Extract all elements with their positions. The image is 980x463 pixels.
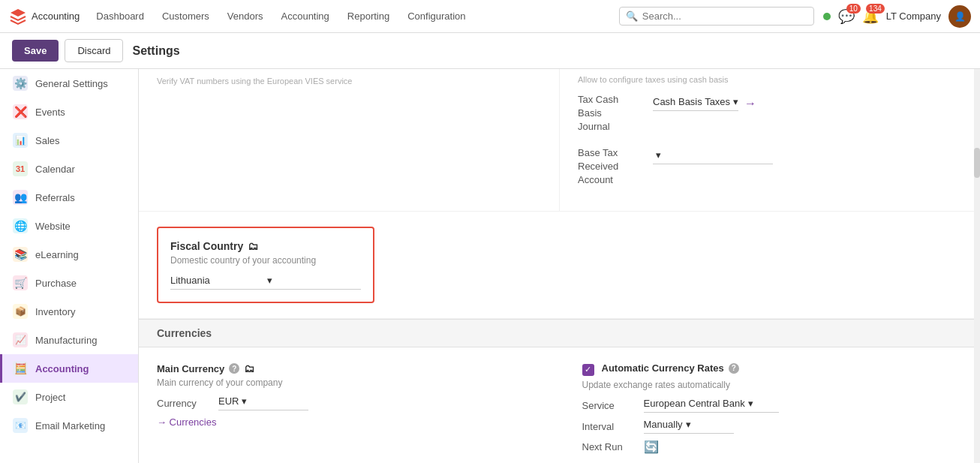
app-name: Accounting	[32, 11, 80, 22]
nav-reporting[interactable]: Reporting	[340, 6, 397, 26]
currencies-content: Main Currency ? 🗂 Main currency of your …	[139, 347, 980, 463]
interval-row: Interval Manually ▾	[582, 419, 963, 434]
fiscal-country-value: Lithuania	[170, 275, 264, 286]
calendar-icon: 31	[13, 161, 28, 176]
main-currency-grid-icon: 🗂	[244, 362, 254, 374]
sidebar-item-events[interactable]: ❌ Events	[0, 98, 138, 126]
sidebar-label-project: Project	[35, 392, 65, 403]
base-tax-label: Base Tax Received Account	[578, 146, 638, 188]
currency-select[interactable]: EUR ▾	[218, 395, 308, 410]
currencies-link[interactable]: → Currencies	[157, 416, 537, 428]
cash-basis-taxes-link[interactable]: →	[744, 97, 756, 110]
main-currency-group: Main Currency ? 🗂 Main currency of your …	[157, 362, 537, 428]
sidebar-item-general-settings[interactable]: ⚙️ General Settings	[0, 69, 138, 98]
events-icon: ❌	[13, 104, 28, 119]
top-navigation: Accounting Dashboard Customers Vendors A…	[0, 0, 980, 33]
nav-dashboard[interactable]: Dashboard	[89, 6, 152, 26]
currencies-label: Currencies	[157, 327, 212, 339]
base-tax-account-arrow: ▾	[656, 149, 661, 161]
sidebar-label-calendar: Calendar	[35, 164, 75, 175]
chat-badge[interactable]: 💬 10	[838, 8, 855, 25]
nav-vendors[interactable]: Vendors	[220, 6, 271, 26]
company-name: LT Company	[886, 11, 941, 22]
toolbar: Save Discard Settings	[0, 33, 980, 69]
cash-basis-desc: Allow to configure taxes using cash basi…	[578, 75, 962, 84]
sidebar-label-accounting: Accounting	[35, 363, 89, 374]
tax-cash-basis-label: Tax Cash Basis Journal	[578, 93, 638, 134]
fiscal-country-arrow: ▾	[267, 275, 361, 286]
logo-icon	[9, 8, 27, 26]
elearning-icon: 📚	[13, 247, 28, 262]
manufacturing-icon: 📈	[13, 332, 28, 347]
alert-badge[interactable]: 🔔 134	[862, 8, 879, 25]
status-indicator	[823, 13, 831, 20]
logo[interactable]: Accounting	[9, 8, 80, 26]
currency-label: Currency	[157, 398, 209, 409]
sidebar-label-elearning: eLearning	[35, 249, 79, 260]
currency-grid: Main Currency ? 🗂 Main currency of your …	[157, 362, 962, 463]
sidebar-item-calendar[interactable]: 31 Calendar	[0, 155, 138, 183]
chat-count: 10	[846, 4, 861, 14]
scrollbar-thumb[interactable]	[974, 148, 980, 178]
sidebar-label-referrals: Referrals	[35, 192, 75, 203]
inventory-icon: 📦	[13, 304, 28, 319]
nav-configuration[interactable]: Configuration	[400, 6, 473, 26]
settings-icon: ⚙️	[13, 76, 28, 91]
accounting-icon: 🧮	[13, 361, 28, 376]
currency-row: Currency EUR ▾	[157, 395, 537, 410]
sidebar-label-website: Website	[35, 221, 71, 232]
next-run-label: Next Run	[582, 441, 635, 452]
auto-currency-col: Automatic Currency Rates ? Update exchan…	[582, 362, 963, 463]
sidebar-item-manufacturing[interactable]: 📈 Manufacturing	[0, 326, 138, 354]
base-tax-account-select[interactable]: ▾	[653, 149, 773, 164]
sidebar-item-purchase[interactable]: 🛒 Purchase	[0, 269, 138, 297]
main-currency-title: Main Currency ? 🗂	[157, 362, 537, 374]
auto-currency-title: Automatic Currency Rates ?	[602, 362, 739, 374]
service-value: European Central Bank	[644, 398, 745, 409]
referrals-icon: 👥	[13, 190, 28, 205]
nav-icons: 💬 10 🔔 134 LT Company 👤	[823, 5, 971, 28]
discard-button[interactable]: Discard	[65, 39, 123, 62]
sidebar-label-sales: Sales	[35, 135, 60, 146]
sidebar-item-accounting[interactable]: 🧮 Accounting	[0, 354, 138, 383]
sidebar-item-inventory[interactable]: 📦 Inventory	[0, 297, 138, 326]
fiscal-country-select[interactable]: Lithuania ▾	[170, 275, 361, 290]
auto-currency-info-icon[interactable]: ?	[729, 363, 739, 374]
main-layout: ⚙️ General Settings ❌ Events 📊 Sales 31 …	[0, 69, 980, 463]
main-currency-col: Main Currency ? 🗂 Main currency of your …	[157, 362, 537, 463]
search-input[interactable]	[642, 11, 807, 22]
sidebar-item-email-marketing[interactable]: 📧 Email Marketing	[0, 411, 138, 440]
currency-arrow: ▾	[242, 395, 247, 407]
service-label: Service	[582, 400, 635, 411]
sidebar: ⚙️ General Settings ❌ Events 📊 Sales 31 …	[0, 69, 139, 463]
email-marketing-icon: 📧	[13, 418, 28, 433]
currency-value: EUR	[218, 395, 239, 407]
search-bar: 🔍	[619, 7, 814, 26]
nav-customers[interactable]: Customers	[155, 6, 217, 26]
sidebar-item-referrals[interactable]: 👥 Referrals	[0, 183, 138, 212]
service-select[interactable]: European Central Bank ▾	[644, 398, 779, 413]
refresh-icon[interactable]: 🔄	[644, 440, 659, 454]
fiscal-country-box: Fiscal Country 🗂 Domestic country of you…	[157, 227, 374, 303]
service-arrow: ▾	[748, 398, 753, 409]
sidebar-item-elearning[interactable]: 📚 eLearning	[0, 240, 138, 269]
auto-currency-checkbox[interactable]	[582, 364, 594, 376]
main-currency-info-icon[interactable]: ?	[229, 363, 239, 374]
sidebar-item-website[interactable]: 🌐 Website	[0, 212, 138, 240]
interval-arrow: ▾	[686, 419, 691, 430]
sidebar-item-project[interactable]: ✔️ Project	[0, 383, 138, 411]
website-icon: 🌐	[13, 218, 28, 233]
nav-accounting[interactable]: Accounting	[274, 6, 337, 26]
auto-currency-description: Update exchange rates automatically	[582, 380, 963, 390]
save-button[interactable]: Save	[12, 40, 59, 62]
cash-basis-taxes-select[interactable]: Cash Basis Taxes ▾	[653, 96, 738, 111]
sidebar-item-sales[interactable]: 📊 Sales	[0, 126, 138, 155]
project-icon: ✔️	[13, 389, 28, 404]
sidebar-label-general-settings: General Settings	[35, 78, 108, 89]
interval-select[interactable]: Manually ▾	[644, 419, 734, 434]
avatar[interactable]: 👤	[948, 5, 971, 28]
auto-currency-group: Automatic Currency Rates ? Update exchan…	[582, 362, 963, 454]
page-title: Settings	[132, 44, 179, 58]
fiscal-country-description: Domestic country of your accounting	[170, 255, 361, 266]
purchase-icon: 🛒	[13, 275, 28, 290]
